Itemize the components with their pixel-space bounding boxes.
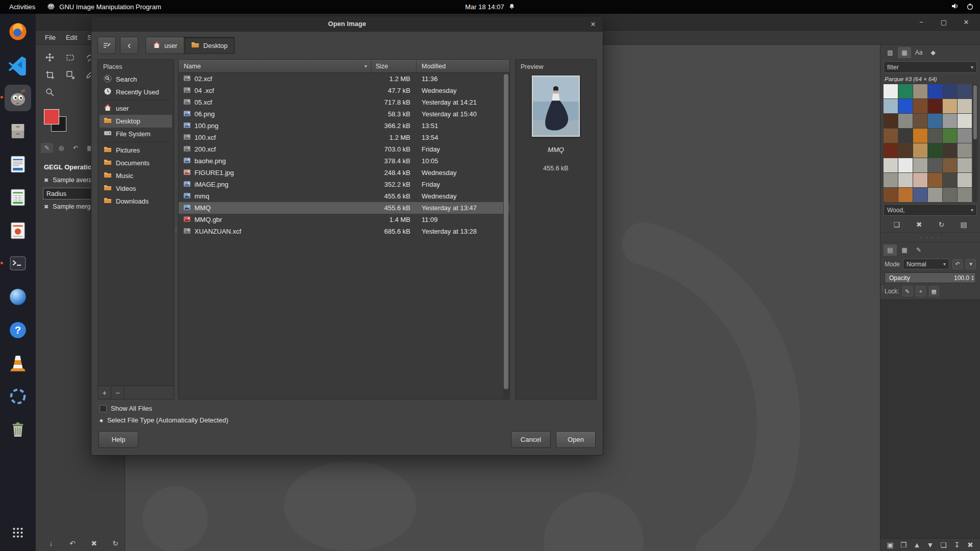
show-applications-button[interactable] <box>5 519 31 546</box>
gradient-combo[interactable]: Wood, ▾ <box>884 204 977 216</box>
help-button[interactable]: Help <box>99 431 138 448</box>
lock-position-button[interactable]: + <box>916 286 926 296</box>
pattern-swatch[interactable] <box>884 173 898 187</box>
window-minimize-button[interactable]: − <box>916 16 927 28</box>
file-row-FIGURE1.jpg[interactable]: FIGURE1.jpg248.4 kBWednesday <box>179 167 509 179</box>
rect-select-tool-icon[interactable] <box>63 51 77 63</box>
file-row-02.xcf[interactable]: 02.xcf1.2 MB11:36 <box>179 73 509 85</box>
pattern-swatch[interactable] <box>913 129 927 143</box>
new-layer-group-icon[interactable]: ❐ <box>899 541 908 548</box>
place-item-user[interactable]: user <box>100 102 172 115</box>
show-all-files-checkbox[interactable]: Show All Files <box>91 403 603 413</box>
zoom-tool-icon[interactable] <box>43 86 57 98</box>
tab-layers[interactable]: ▤ <box>884 244 897 256</box>
focused-app-indicator[interactable]: GNU Image Manipulation Program <box>46 2 161 12</box>
file-row-mmq[interactable]: mmq455.6 kBWednesday <box>179 190 509 202</box>
pattern-swatch[interactable] <box>913 158 927 172</box>
pattern-swatch[interactable] <box>884 84 898 98</box>
dock-item-vlc[interactable] <box>5 350 31 377</box>
file-list-scrollbar-thumb[interactable] <box>504 74 508 389</box>
pattern-swatch[interactable] <box>928 114 942 128</box>
column-header-name[interactable]: Name ▾ <box>179 60 372 72</box>
duplicate-pattern-icon[interactable]: ❏ <box>893 221 901 228</box>
tab-brushes[interactable]: ▧ <box>884 47 897 58</box>
pattern-swatch[interactable] <box>958 173 972 187</box>
cancel-button[interactable]: Cancel <box>511 431 551 448</box>
file-row-100.xcf[interactable]: 100.xcf1.2 MB13:54 <box>179 132 509 143</box>
file-row-200.xcf[interactable]: 200.xcf703.0 kBFriday <box>179 143 509 155</box>
file-row-baohe.png[interactable]: baohe.png378.4 kB10:05 <box>179 155 509 167</box>
dock-item-gimp[interactable] <box>5 85 31 111</box>
pattern-swatch[interactable] <box>898 99 913 113</box>
delete-layer-icon[interactable]: ✖ <box>966 541 974 548</box>
layers-list[interactable] <box>880 299 980 538</box>
restore-preset-icon[interactable]: ↶ <box>68 540 77 547</box>
tab-document-history[interactable]: ◆ <box>926 47 940 58</box>
tab-tool-options[interactable]: ✎ <box>41 143 53 153</box>
pattern-swatch[interactable] <box>898 143 913 158</box>
pattern-swatch[interactable] <box>958 158 972 172</box>
menu-edit[interactable]: Edit <box>61 32 82 43</box>
breadcrumb-desktop[interactable]: Desktop <box>184 37 235 54</box>
file-row-100.png[interactable]: 100.png366.2 kB13:51 <box>179 120 509 132</box>
scale-tool-icon[interactable] <box>63 68 77 81</box>
anchor-layer-icon[interactable]: ↧ <box>953 541 961 548</box>
pattern-swatch[interactable] <box>884 114 898 128</box>
column-header-modified[interactable]: Modified <box>416 60 509 72</box>
file-row-XUANZUAN.xcf[interactable]: XUANZUAN.xcf685.6 kBYesterday at 13:28 <box>179 226 509 237</box>
pattern-swatch[interactable] <box>928 143 942 158</box>
system-status-area[interactable] <box>951 2 974 12</box>
pattern-swatch[interactable] <box>958 143 972 158</box>
pattern-swatch[interactable] <box>913 99 927 113</box>
pattern-swatch[interactable] <box>943 158 957 172</box>
pattern-swatch[interactable] <box>913 143 927 158</box>
dialog-close-button[interactable]: ✕ <box>589 19 598 29</box>
pattern-swatch[interactable] <box>928 129 942 143</box>
mode-switch-button[interactable]: ↶ <box>952 259 963 269</box>
pattern-swatch[interactable] <box>958 129 972 143</box>
dock-item-writer[interactable] <box>5 151 31 178</box>
place-item-videos[interactable]: Videos <box>100 182 172 195</box>
dock-item-help[interactable]: ? <box>5 317 31 343</box>
pattern-swatch[interactable] <box>913 84 927 98</box>
place-item-recently-used[interactable]: Recently Used <box>100 86 172 98</box>
file-row-04-.xcf[interactable]: 04 .xcf47.7 kBWednesday <box>179 85 509 96</box>
menu-file[interactable]: File <box>40 32 61 43</box>
foreground-color-swatch[interactable] <box>44 109 59 124</box>
place-item-documents[interactable]: Documents <box>100 157 172 169</box>
pattern-swatch[interactable] <box>884 99 898 113</box>
tab-paths[interactable]: ✎ <box>912 244 925 256</box>
remove-option-icon[interactable]: ✖ <box>44 204 48 210</box>
lock-pixels-button[interactable]: ✎ <box>902 286 913 296</box>
pattern-swatch[interactable] <box>943 129 957 143</box>
pattern-swatch[interactable] <box>898 188 913 202</box>
back-button[interactable]: ‹ <box>120 37 138 54</box>
remove-bookmark-button[interactable]: − <box>111 386 125 399</box>
file-row-iMAGE.png[interactable]: iMAGE.png352.2 kBFriday <box>179 179 509 190</box>
dock-item-impress[interactable] <box>5 217 31 244</box>
place-item-downloads[interactable]: Downloads <box>100 195 172 208</box>
refresh-patterns-icon[interactable]: ↻ <box>937 221 945 228</box>
tab-device-status[interactable]: ◎ <box>55 143 67 153</box>
pattern-swatch[interactable] <box>884 158 898 172</box>
pattern-swatch[interactable] <box>928 99 942 113</box>
pattern-scrollbar-thumb[interactable] <box>973 85 977 139</box>
panel-splitter[interactable]: · · · · <box>880 232 980 242</box>
pattern-swatch[interactable] <box>943 143 957 158</box>
pattern-swatch[interactable] <box>943 188 957 202</box>
activities-button[interactable]: Activities <box>7 3 37 11</box>
pattern-swatch[interactable] <box>898 84 913 98</box>
pattern-swatch[interactable] <box>943 99 957 113</box>
reset-options-icon[interactable]: ↻ <box>111 540 119 547</box>
pattern-swatch[interactable] <box>928 84 942 98</box>
pattern-swatch[interactable] <box>913 114 927 128</box>
file-type-expander[interactable]: ◆ Select File Type (Automatically Detect… <box>91 413 603 426</box>
file-list-scrollbar[interactable] <box>503 73 509 398</box>
tab-undo-history[interactable]: ↶ <box>69 143 82 153</box>
mode-menu-button[interactable]: ▾ <box>966 259 976 269</box>
place-item-search[interactable]: Search <box>100 73 172 86</box>
pattern-swatch[interactable] <box>898 158 913 172</box>
tab-channels[interactable]: ▦ <box>898 244 911 256</box>
pattern-swatch[interactable] <box>898 114 913 128</box>
pattern-swatch[interactable] <box>884 188 898 202</box>
